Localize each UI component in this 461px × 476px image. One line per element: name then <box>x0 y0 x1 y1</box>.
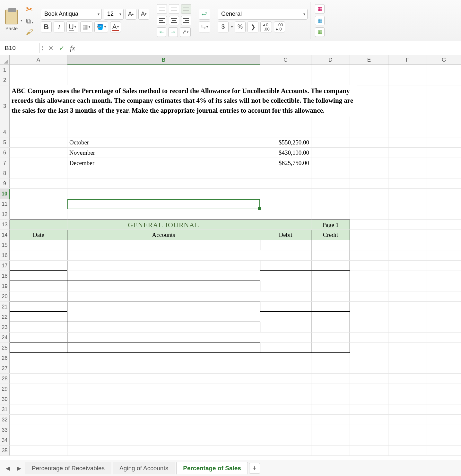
row-header[interactable]: 11 <box>0 199 10 209</box>
row-header[interactable]: 8 <box>0 168 10 178</box>
row-header[interactable]: 18 <box>0 271 10 281</box>
row-header[interactable]: 26 <box>0 353 10 363</box>
font-color-button[interactable]: A▾ <box>110 22 121 32</box>
font-name-combo[interactable]: Book Antiqua <box>41 9 102 20</box>
col-header-B[interactable]: B <box>67 55 260 65</box>
row-header[interactable]: 22 <box>0 312 10 322</box>
format-table-icon[interactable]: ▦ <box>315 16 325 25</box>
select-all-corner[interactable] <box>0 55 10 65</box>
row-header[interactable]: 17 <box>0 261 10 271</box>
cell[interactable]: $430,100.00 <box>260 148 311 158</box>
row-header[interactable]: 35 <box>0 446 10 455</box>
col-header-D[interactable]: D <box>311 55 350 65</box>
sheet-tab-aging[interactable]: Aging of Accounts <box>113 462 175 474</box>
align-top-icon[interactable] <box>157 4 167 14</box>
paste-label[interactable]: Paste <box>5 26 18 31</box>
row-header[interactable]: 23 <box>0 322 10 332</box>
row-header[interactable]: 4 <box>0 127 10 137</box>
fx-icon[interactable]: fx <box>67 43 78 53</box>
journal-h-date[interactable]: Date <box>10 230 67 240</box>
font-size-combo[interactable]: 12 <box>104 9 124 20</box>
align-right-icon[interactable] <box>181 16 191 25</box>
col-header-F[interactable]: F <box>388 55 427 65</box>
row-header[interactable]: 20 <box>0 291 10 301</box>
cell-styles-icon[interactable]: ▦ <box>315 27 325 37</box>
journal-title[interactable]: GENERAL JOURNAL <box>67 220 260 229</box>
row-header[interactable]: 9 <box>0 178 10 188</box>
row-header[interactable]: 10 <box>0 189 10 199</box>
underline-button[interactable]: U▾ <box>66 22 78 32</box>
journal-h-accounts[interactable]: Accounts <box>67 230 260 240</box>
col-header-E[interactable]: E <box>350 55 388 65</box>
orientation-icon[interactable]: ⤢▾ <box>180 27 191 37</box>
row-header[interactable]: 30 <box>0 394 10 404</box>
row-header[interactable]: 25 <box>0 343 10 353</box>
wrap-text-icon[interactable]: ⮐ <box>199 9 210 20</box>
row-header[interactable]: 34 <box>0 435 10 445</box>
align-middle-icon[interactable] <box>169 4 179 14</box>
paste-dropdown-icon[interactable]: ▾ <box>21 19 22 22</box>
cell[interactable]: $550,250.00 <box>260 137 311 147</box>
merge-icon[interactable]: ⇆▾ <box>199 22 210 32</box>
row-header[interactable]: 13 <box>0 220 10 229</box>
align-center-icon[interactable] <box>169 16 179 25</box>
row-header[interactable]: 3 <box>0 85 10 127</box>
cell[interactable]: October <box>67 137 260 147</box>
tab-nav-next-icon[interactable]: ▶ <box>14 463 24 473</box>
increase-font-icon[interactable]: A▴ <box>126 9 136 20</box>
accept-formula-icon[interactable]: ✓ <box>56 43 67 53</box>
row-header[interactable]: 14 <box>0 230 10 240</box>
formula-input[interactable] <box>78 43 461 53</box>
borders-button[interactable]: ▦▾ <box>80 22 92 32</box>
increase-decimal-button[interactable]: ◂.0 .00 <box>260 22 272 32</box>
sheet-tab-sales[interactable]: Percentage of Sales <box>176 462 248 474</box>
currency-button[interactable]: $ <box>218 22 229 32</box>
journal-h-debit[interactable]: Debit <box>260 230 311 240</box>
name-box-spinner[interactable]: ▴▾ <box>42 45 43 51</box>
row-header[interactable]: 31 <box>0 404 10 414</box>
comma-button[interactable]: ❯ <box>248 22 258 32</box>
row-header[interactable]: 24 <box>0 333 10 342</box>
row-header[interactable]: 5 <box>0 137 10 147</box>
italic-button[interactable]: I <box>54 22 65 32</box>
cut-icon[interactable]: ✂ <box>26 4 33 14</box>
row-header[interactable]: 1 <box>0 65 10 75</box>
name-box[interactable]: B10 <box>2 43 40 53</box>
spreadsheet-grid[interactable]: A B C D E F G 1 2 3 ABC Company uses the… <box>0 55 461 460</box>
col-header-A[interactable]: A <box>10 55 67 65</box>
bold-button[interactable]: B <box>41 22 52 32</box>
row-header[interactable]: 33 <box>0 425 10 435</box>
format-painter-icon[interactable]: 🖌 <box>26 28 33 36</box>
col-header-C[interactable]: C <box>260 55 311 65</box>
decrease-decimal-button[interactable]: .00▸.0 <box>274 22 285 32</box>
tab-nav-prev-icon[interactable]: ◀ <box>3 463 13 473</box>
fill-color-button[interactable]: 🪣▾ <box>94 22 108 32</box>
row-header[interactable]: 6 <box>0 148 10 158</box>
row-header[interactable]: 21 <box>0 302 10 312</box>
journal-h-credit[interactable]: Credit <box>311 230 350 240</box>
paste-icon[interactable] <box>5 10 18 24</box>
cell[interactable]: $625,750.00 <box>260 158 311 168</box>
row-header[interactable]: 2 <box>0 75 10 85</box>
row-header[interactable]: 32 <box>0 415 10 425</box>
journal-page[interactable]: Page 1 <box>311 220 350 229</box>
row-header[interactable]: 15 <box>0 240 10 250</box>
decrease-indent-icon[interactable]: ⇤ <box>157 27 166 37</box>
row-header[interactable]: 12 <box>0 209 10 219</box>
cell[interactable]: November <box>67 148 260 158</box>
decrease-font-icon[interactable]: A▾ <box>138 9 149 20</box>
conditional-format-icon[interactable]: ▦ <box>315 4 325 14</box>
cancel-formula-icon[interactable]: ✕ <box>45 43 56 53</box>
row-header[interactable]: 28 <box>0 374 10 384</box>
percent-button[interactable]: % <box>235 22 246 32</box>
increase-indent-icon[interactable]: ⇥ <box>168 27 178 37</box>
align-bottom-icon[interactable] <box>181 4 191 14</box>
col-header-G[interactable]: G <box>427 55 461 65</box>
copy-icon[interactable]: ⧉▾ <box>26 17 33 25</box>
add-sheet-button[interactable]: + <box>249 463 260 474</box>
sheet-tab-receivables[interactable]: Percentage of Receivables <box>25 462 111 474</box>
number-format-combo[interactable]: General <box>218 9 308 20</box>
row-header[interactable]: 19 <box>0 281 10 291</box>
row-header[interactable]: 27 <box>0 363 10 373</box>
row-header[interactable]: 16 <box>0 250 10 260</box>
